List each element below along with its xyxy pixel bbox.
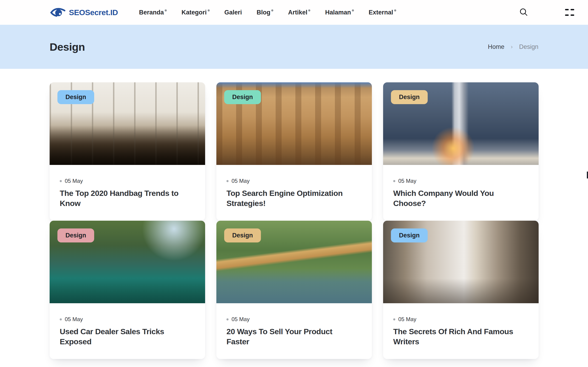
category-badge[interactable]: Design bbox=[391, 90, 428, 104]
breadcrumb-home-link[interactable]: Home bbox=[488, 43, 504, 50]
nav-item-blog[interactable]: Blog bbox=[257, 9, 273, 16]
nav-item-beranda[interactable]: Beranda bbox=[139, 9, 167, 16]
post-thumbnail: Design bbox=[50, 221, 205, 303]
nav-item-external[interactable]: External bbox=[369, 9, 396, 16]
post-date: 05 May bbox=[60, 316, 195, 323]
post-card[interactable]: Design 05 May Top Search Engine Optimiza… bbox=[216, 82, 372, 221]
post-thumbnail: Design bbox=[383, 221, 539, 303]
date-bullet-icon bbox=[60, 180, 62, 182]
search-icon[interactable] bbox=[519, 8, 528, 17]
grid-apps-icon[interactable] bbox=[565, 8, 574, 17]
post-thumbnail: Design bbox=[383, 82, 539, 165]
category-badge[interactable]: Design bbox=[57, 228, 94, 242]
main-menu: Beranda Kategori Galeri Blog Artikel Hal… bbox=[139, 9, 396, 16]
date-bullet-icon bbox=[226, 318, 229, 320]
date-bullet-icon bbox=[393, 318, 395, 320]
post-card[interactable]: Design 05 May Used Car Dealer Sales Tric… bbox=[50, 221, 205, 359]
page-header-banner: Design Home › Design bbox=[0, 25, 588, 69]
dropdown-indicator-dot bbox=[352, 9, 354, 11]
category-badge[interactable]: Design bbox=[391, 228, 428, 242]
dropdown-indicator-dot bbox=[308, 9, 310, 11]
dropdown-indicator-dot bbox=[394, 9, 396, 11]
nav-item-halaman[interactable]: Halaman bbox=[325, 9, 354, 16]
date-bullet-icon bbox=[226, 180, 229, 182]
dropdown-indicator-dot bbox=[271, 9, 273, 11]
post-card[interactable]: Design 05 May Which Company Would You Ch… bbox=[383, 82, 539, 221]
post-date: 05 May bbox=[226, 178, 362, 184]
breadcrumb-current: Design bbox=[519, 43, 538, 50]
post-date: 05 May bbox=[393, 316, 528, 323]
post-list: Design 05 May The Top 2020 Handbag Trend… bbox=[0, 69, 588, 359]
post-date: 05 May bbox=[60, 178, 195, 184]
post-title-link[interactable]: The Secrets Of Rich And Famous Writers bbox=[393, 327, 522, 347]
category-badge[interactable]: Design bbox=[224, 90, 261, 104]
post-title-link[interactable]: Used Car Dealer Sales Tricks Exposed bbox=[60, 327, 188, 347]
eye-icon bbox=[50, 7, 66, 18]
post-card[interactable]: Design 05 May The Top 2020 Handbag Trend… bbox=[50, 82, 205, 221]
dropdown-indicator-dot bbox=[208, 9, 210, 11]
post-title-link[interactable]: The Top 2020 Handbag Trends to Know bbox=[60, 188, 188, 208]
dropdown-indicator-dot bbox=[165, 9, 167, 11]
post-card[interactable]: Design 05 May 20 Ways To Sell Your Produ… bbox=[216, 221, 372, 359]
post-date: 05 May bbox=[393, 178, 528, 184]
nav-item-artikel[interactable]: Artikel bbox=[288, 9, 310, 16]
date-bullet-icon bbox=[393, 180, 395, 182]
post-title-link[interactable]: Which Company Would You Choose? bbox=[393, 188, 522, 208]
page-title: Design bbox=[50, 41, 85, 53]
nav-item-galeri[interactable]: Galeri bbox=[225, 9, 242, 16]
brand-logo[interactable]: SEOSecret.ID bbox=[50, 7, 118, 18]
brand-name: SEOSecret.ID bbox=[69, 8, 118, 17]
post-thumbnail: Design bbox=[216, 221, 372, 303]
category-badge[interactable]: Design bbox=[57, 90, 94, 104]
post-title-link[interactable]: Top Search Engine Optimization Strategie… bbox=[226, 188, 355, 208]
category-badge[interactable]: Design bbox=[224, 228, 261, 242]
breadcrumb: Home › Design bbox=[488, 43, 538, 50]
top-navigation-bar: SEOSecret.ID Beranda Kategori Galeri Blo… bbox=[0, 0, 588, 25]
scrollbar-thumb[interactable] bbox=[587, 172, 588, 178]
post-date: 05 May bbox=[226, 316, 362, 323]
date-bullet-icon bbox=[60, 318, 62, 320]
post-card[interactable]: Design 05 May The Secrets Of Rich And Fa… bbox=[383, 221, 539, 359]
nav-item-kategori[interactable]: Kategori bbox=[182, 9, 210, 16]
post-thumbnail: Design bbox=[50, 82, 205, 165]
post-title-link[interactable]: 20 Ways To Sell Your Product Faster bbox=[226, 327, 355, 347]
post-thumbnail: Design bbox=[216, 82, 372, 165]
breadcrumb-chevron-icon: › bbox=[511, 44, 513, 50]
